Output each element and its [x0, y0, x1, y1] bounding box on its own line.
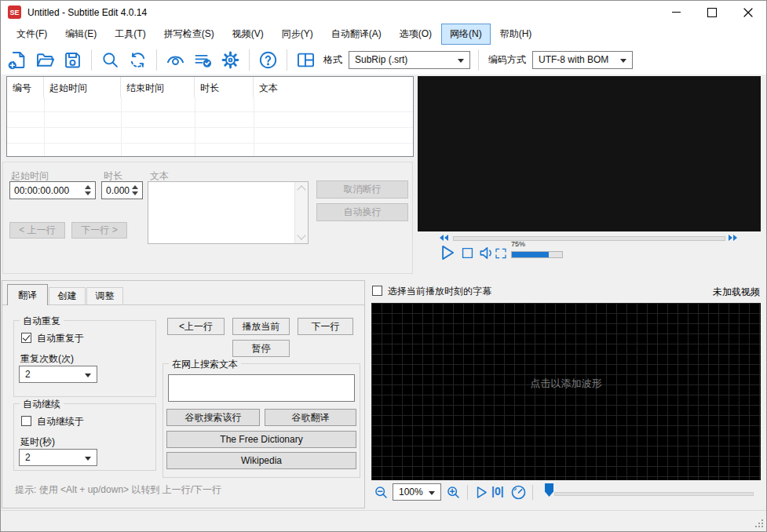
menu-edit[interactable]: 编辑(E)	[57, 24, 105, 45]
auto-repeat-checkbox[interactable]	[21, 333, 31, 343]
spin-up-icon	[85, 185, 91, 189]
video-display[interactable]	[418, 76, 761, 231]
zoom-out-icon[interactable]	[373, 484, 389, 501]
waveform-display[interactable]: 点击以添加波形	[371, 303, 761, 480]
spinner-arrows[interactable]	[130, 182, 140, 199]
select-current-checkbox[interactable]	[372, 286, 382, 296]
app-logo-icon: SE	[8, 5, 21, 19]
waveform-placeholder: 点击以添加波形	[531, 377, 602, 391]
spin-down-icon	[132, 191, 138, 195]
toolbar-separator	[91, 49, 92, 71]
seek-back-icon[interactable]	[440, 235, 448, 241]
free-dictionary-button[interactable]: The Free Dictionary	[166, 431, 356, 448]
replace-button[interactable]	[126, 49, 148, 71]
format-value: SubRip (.srt)	[355, 54, 407, 65]
waveform-position-slider[interactable]	[554, 492, 754, 496]
volume-slider[interactable]	[511, 251, 563, 258]
google-translate-button[interactable]: 谷歌翻译	[265, 409, 356, 426]
column-header-text[interactable]: 文本	[254, 77, 413, 97]
column-header-start[interactable]: 起始时间	[44, 77, 121, 97]
toolbar-separator	[478, 49, 479, 71]
goto-zero-icon[interactable]: |0|	[491, 485, 504, 497]
tab-translate[interactable]: 翻译	[7, 284, 48, 305]
encoding-select[interactable]: UTF-8 with BOM	[532, 51, 633, 69]
playback-speed-icon[interactable]	[510, 483, 528, 501]
duration-field[interactable]: 0.000	[101, 181, 143, 199]
controls-separator	[467, 485, 468, 500]
toolbar-separator	[249, 49, 250, 71]
play-icon[interactable]	[436, 242, 457, 263]
auto-continue-checkbox[interactable]	[21, 416, 31, 426]
spell-check-button[interactable]	[192, 49, 214, 71]
toolbar-separator	[287, 49, 287, 71]
delay-value: 2	[25, 452, 31, 463]
save-button[interactable]	[61, 49, 83, 71]
stop-icon[interactable]	[460, 246, 475, 261]
web-search-input[interactable]	[168, 374, 355, 402]
chevron-down-icon	[85, 373, 91, 377]
unbreak-button[interactable]: 取消断行	[316, 180, 408, 199]
delay-select[interactable]: 2	[19, 449, 97, 466]
prev-line-play-button[interactable]: <上一行	[167, 318, 225, 335]
menu-file[interactable]: 文件(F)	[8, 24, 56, 45]
menu-help[interactable]: 帮助(H)	[491, 24, 541, 45]
tab-adjust[interactable]: 调整	[86, 287, 123, 304]
menu-video[interactable]: 视频(V)	[224, 24, 272, 45]
menu-auto-translate[interactable]: 自动翻译(A)	[323, 24, 390, 45]
close-button[interactable]	[730, 1, 766, 24]
column-header-number[interactable]: 编号	[7, 77, 44, 97]
fullscreen-icon[interactable]	[494, 246, 508, 261]
next-line-play-button[interactable]: 下一行	[298, 318, 353, 335]
auto-continue-checkbox-label: 自动继续于	[37, 415, 84, 428]
column-header-duration[interactable]: 时长	[195, 77, 254, 97]
pause-button[interactable]: 暂停	[232, 340, 290, 357]
play-current-button[interactable]: 播放当前	[232, 318, 290, 335]
new-file-icon	[7, 49, 28, 71]
waveform-zoom-select[interactable]: 100%	[393, 483, 441, 501]
auto-break-button[interactable]: 自动换行	[316, 203, 408, 221]
auto-repeat-checkbox-label: 自动重复于	[37, 332, 84, 345]
web-search-group: 在网上搜索文本 谷歌搜索该行 谷歌翻译 The Free Dictionary …	[163, 363, 360, 478]
slider-thumb[interactable]	[545, 483, 553, 497]
layout-button[interactable]	[294, 49, 316, 71]
waveform-play-icon[interactable]	[473, 484, 489, 501]
start-time-value: 00:00:00.000	[14, 185, 69, 196]
auto-repeat-title: 自动重复	[20, 315, 64, 328]
scrollbar[interactable]	[294, 182, 308, 243]
subtitle-text-area[interactable]	[148, 181, 309, 244]
chevron-down-icon	[429, 491, 435, 495]
google-search-button[interactable]: 谷歌搜索该行	[166, 409, 260, 426]
spin-down-icon	[85, 191, 91, 195]
translate-panel: 翻译 创建 调整 自动重复 自动重复于 重复次数(次) 2 自动继续 自动继续于…	[2, 280, 365, 508]
minimize-button[interactable]	[658, 1, 694, 24]
new-file-button[interactable]	[6, 49, 28, 71]
settings-button[interactable]	[219, 49, 241, 71]
prev-line-button[interactable]: < 上一行	[9, 222, 65, 239]
zoom-in-icon[interactable]	[445, 484, 462, 501]
menu-tools[interactable]: 工具(T)	[106, 24, 154, 45]
menu-spellcheck[interactable]: 拼写检查(S)	[155, 24, 223, 45]
video-seek-bar[interactable]	[453, 236, 725, 241]
maximize-button[interactable]	[694, 1, 730, 24]
wikipedia-button[interactable]: Wikipedia	[166, 452, 356, 469]
visual-sync-button[interactable]	[164, 49, 186, 71]
menu-options[interactable]: 选项(O)	[391, 24, 440, 45]
resize-grip-icon[interactable]	[754, 519, 763, 528]
find-button[interactable]	[99, 49, 121, 71]
start-time-field[interactable]: 00:00:00.000	[9, 181, 96, 199]
repeat-count-select[interactable]: 2	[19, 366, 97, 383]
column-header-end[interactable]: 结束时间	[121, 77, 195, 97]
spinner-arrows[interactable]	[83, 182, 93, 199]
seek-forward-icon[interactable]	[729, 235, 737, 241]
tab-create[interactable]: 创建	[49, 287, 86, 304]
status-bar	[1, 510, 766, 531]
format-select[interactable]: SubRip (.srt)	[349, 51, 470, 69]
hint-text: 提示: 使用 <Alt + up/down> 以转到 上一行/下一行	[15, 483, 221, 497]
minimize-icon	[672, 12, 681, 13]
menu-network[interactable]: 网络(N)	[441, 24, 491, 45]
next-line-button[interactable]: 下一行 >	[71, 222, 127, 239]
menu-sync[interactable]: 同步(Y)	[273, 24, 322, 45]
open-file-button[interactable]	[34, 49, 56, 71]
help-button[interactable]	[257, 49, 279, 71]
subtitle-list[interactable]: 编号 起始时间 结束时间 时长 文本	[6, 76, 414, 157]
